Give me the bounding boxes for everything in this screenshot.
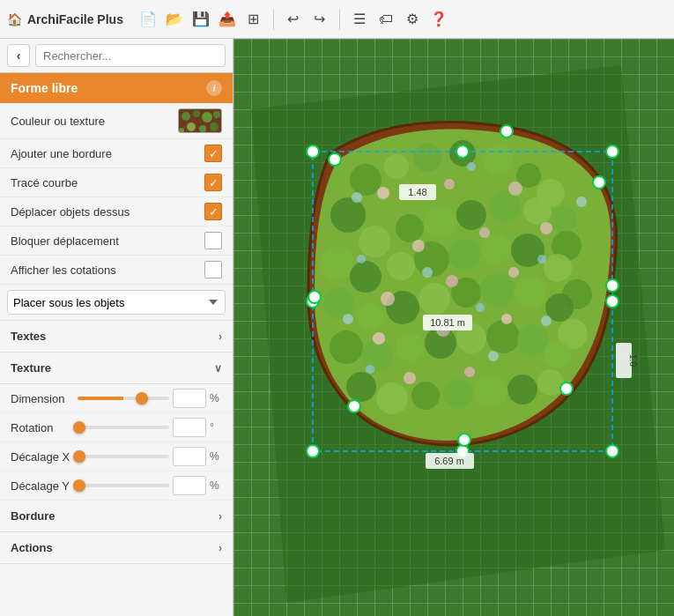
border-checkbox[interactable]: ✓: [204, 145, 222, 162]
svg-point-78: [537, 255, 546, 263]
decalage-y-unit: %: [210, 479, 222, 492]
svg-point-93: [500, 125, 513, 137]
dimension-thumb[interactable]: [136, 392, 148, 404]
svg-point-70: [501, 314, 512, 324]
save-file-icon[interactable]: 💾: [190, 9, 211, 30]
panel-header: Forme libre i: [0, 73, 233, 103]
export-icon[interactable]: 📤: [217, 9, 238, 30]
svg-point-68: [373, 332, 385, 345]
decalage-y-input[interactable]: 0: [173, 476, 206, 495]
texture-section[interactable]: Texture ∨: [0, 353, 233, 384]
svg-point-49: [486, 320, 520, 353]
dimension-input[interactable]: 246: [173, 389, 206, 408]
grid-icon[interactable]: ⊞: [243, 9, 264, 30]
textes-label: Textes: [11, 330, 46, 343]
svg-point-53: [376, 382, 408, 414]
svg-point-60: [444, 179, 455, 189]
separator-2: [339, 9, 340, 30]
home-icon[interactable]: 🏠: [7, 12, 22, 26]
canvas-svg[interactable]: 1.48 10.81 m 6.69 m 1.0: [233, 39, 674, 616]
svg-point-52: [346, 372, 376, 402]
panel-title: Forme libre: [11, 81, 78, 95]
texture-label: Texture: [11, 361, 51, 375]
svg-point-40: [480, 272, 515, 308]
block-checkbox[interactable]: [204, 232, 222, 249]
block-label: Bloquer déplacement: [11, 234, 199, 248]
textes-section[interactable]: Textes ›: [0, 321, 233, 353]
svg-point-74: [467, 162, 476, 171]
texture-chevron: ∨: [214, 362, 222, 375]
textes-chevron: ›: [218, 330, 222, 343]
place-dropdown[interactable]: Placer sous les objets Placer au dessus …: [7, 290, 226, 315]
svg-point-1: [181, 112, 190, 121]
texture-preview[interactable]: [178, 108, 222, 133]
decalage-y-thumb[interactable]: [73, 479, 85, 492]
svg-point-67: [508, 267, 519, 278]
svg-point-94: [593, 176, 605, 189]
svg-point-65: [381, 292, 395, 306]
dimension-track: [78, 397, 169, 400]
decalage-x-thumb[interactable]: [73, 450, 85, 463]
back-icon: ‹: [17, 48, 21, 63]
list-icon[interactable]: ☰: [349, 9, 370, 30]
dimension-label: Dimension: [11, 392, 74, 405]
svg-point-77: [422, 267, 433, 278]
redo-icon[interactable]: ↪: [309, 9, 330, 30]
rotation-slider[interactable]: [78, 420, 169, 434]
svg-point-51: [544, 340, 572, 368]
svg-point-31: [481, 234, 511, 263]
help-icon[interactable]: ❓: [428, 9, 449, 30]
svg-point-54: [411, 382, 440, 410]
cotations-checkbox[interactable]: [204, 261, 222, 278]
svg-point-64: [540, 222, 552, 234]
canvas-area[interactable]: 1.48 10.81 m 6.69 m 1.0: [233, 39, 674, 616]
svg-point-61: [508, 182, 522, 196]
svg-point-91: [307, 445, 319, 457]
move-checkbox[interactable]: ✓: [204, 203, 222, 220]
decalage-y-slider[interactable]: [78, 479, 169, 493]
app-title: ArchiFacile Plus: [27, 12, 123, 26]
svg-point-33: [544, 254, 572, 282]
svg-point-73: [352, 192, 362, 203]
undo-icon[interactable]: ↩: [283, 9, 304, 30]
actions-section[interactable]: Actions ›: [0, 532, 233, 564]
info-button[interactable]: i: [206, 80, 222, 96]
rotation-thumb[interactable]: [73, 421, 85, 434]
svg-point-83: [488, 351, 499, 361]
svg-point-2: [193, 110, 200, 117]
settings-icon[interactable]: ⚙: [402, 9, 423, 30]
search-input[interactable]: [35, 44, 226, 67]
svg-text:1.48: 1.48: [408, 187, 426, 197]
dimension-slider[interactable]: [78, 391, 169, 405]
svg-point-30: [448, 239, 480, 271]
svg-point-46: [396, 333, 424, 361]
decalage-x-label: Décalage X: [11, 450, 74, 464]
dropdown-row: Placer sous les objets Placer au dessus …: [0, 285, 233, 321]
back-button[interactable]: ‹: [7, 44, 30, 67]
decalage-x-slider[interactable]: [78, 449, 169, 464]
new-file-icon[interactable]: 📄: [137, 9, 159, 30]
decalage-y-track: [78, 484, 169, 487]
toolbar: 🏠 ArchiFacile Plus 📄 📂 💾 📤 ⊞ ↩ ↪ ☰ 🏷 ⚙ ❓: [0, 0, 674, 39]
decalage-x-unit: %: [210, 450, 222, 463]
svg-point-86: [456, 145, 469, 158]
border-label: Ajouter une bordure: [11, 147, 199, 160]
svg-point-28: [387, 252, 415, 280]
open-file-icon[interactable]: 📂: [164, 9, 185, 30]
bordure-section[interactable]: Bordure ›: [0, 501, 233, 532]
rotation-input[interactable]: 0: [173, 418, 206, 437]
svg-point-75: [576, 197, 587, 207]
svg-text:10.81 m: 10.81 m: [430, 317, 465, 328]
actions-chevron: ›: [218, 542, 222, 554]
svg-point-87: [606, 145, 618, 158]
svg-point-21: [424, 205, 457, 239]
svg-point-5: [187, 122, 196, 131]
curve-checkbox[interactable]: ✓: [204, 174, 222, 191]
svg-point-11: [384, 154, 409, 179]
main-area: ‹ Forme libre i Couleur ou texture: [0, 39, 674, 616]
decalage-x-row: Décalage X 0 %: [0, 442, 233, 471]
decalage-x-input[interactable]: 0: [173, 447, 206, 466]
rotation-row: Rotation 0 °: [0, 413, 233, 442]
tags-icon[interactable]: 🏷: [375, 9, 396, 30]
svg-text:6.69 m: 6.69 m: [434, 456, 464, 466]
